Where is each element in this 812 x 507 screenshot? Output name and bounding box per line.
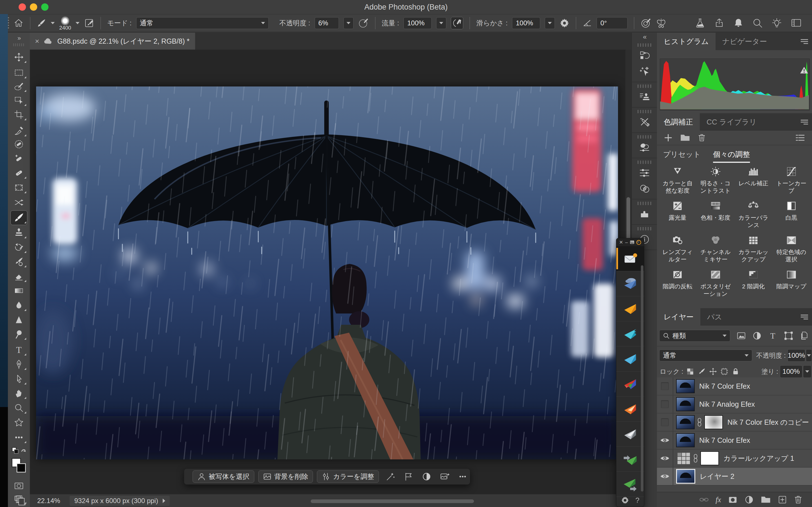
histogram-refresh-warning-icon[interactable] (800, 66, 808, 74)
brush-preset-caret[interactable] (51, 22, 55, 24)
opacity-input[interactable]: 6% (315, 17, 339, 29)
dock-grip[interactable] (638, 161, 651, 164)
layer-mask-thumbnail[interactable] (700, 451, 719, 465)
layer-name[interactable]: カラールックアップ 1 (723, 454, 794, 463)
spot-healing-brush-tool[interactable] (11, 152, 27, 166)
nik-viveza-item[interactable] (616, 346, 644, 372)
clone-source-panel-icon[interactable] (632, 89, 657, 105)
search-icon[interactable] (752, 18, 763, 29)
zoom-tool[interactable] (11, 401, 27, 415)
nik-color-efex-item[interactable] (616, 296, 644, 321)
notifications-bell-icon[interactable] (733, 18, 744, 29)
mask-link-icon[interactable] (696, 417, 703, 427)
sharpen-tool[interactable] (11, 313, 27, 327)
layer-thumbnail[interactable] (676, 469, 695, 484)
tab-histogram[interactable]: ヒストグラム (657, 33, 716, 50)
help-icon[interactable]: ? (636, 496, 640, 505)
layers-panel-menu-icon[interactable] (801, 314, 808, 321)
folder-icon[interactable] (680, 133, 690, 142)
adjustment-exposure[interactable]: 露光量 (659, 200, 697, 229)
adjustments-panel-menu-icon[interactable] (801, 119, 808, 126)
layer-thumbnail[interactable] (676, 397, 695, 411)
quick-mask-button[interactable] (11, 479, 27, 493)
layer-opacity-caret[interactable] (806, 349, 812, 362)
marquee-tool[interactable] (11, 66, 27, 80)
dock-grip[interactable] (638, 202, 651, 205)
delete-layer-icon[interactable] (794, 495, 802, 504)
list-view-icon[interactable] (795, 133, 805, 143)
brush-settings-panel-icon[interactable] (632, 140, 657, 156)
blend-mode-select[interactable]: 通常 (136, 17, 269, 29)
layer-name[interactable]: Nik 7 Analog Efex (699, 400, 755, 408)
remove-background-button[interactable]: 背景を削除 (258, 470, 313, 483)
dock-grip[interactable] (638, 227, 651, 230)
layer-name[interactable]: Nik 7 Color Efex (699, 382, 750, 390)
subtab-individual[interactable]: 個々の調整 (713, 150, 750, 159)
discover-bulb-icon[interactable] (771, 18, 782, 29)
nik-perspective-efex-item[interactable] (616, 397, 644, 421)
lock-position-icon[interactable] (709, 368, 717, 376)
star-tool[interactable] (11, 415, 27, 430)
blur-tool[interactable] (11, 298, 27, 313)
tools-expand-button[interactable]: » (11, 34, 27, 43)
adjustment-invert[interactable]: 階調の反転 (659, 268, 697, 297)
eraser-tool[interactable] (11, 269, 27, 283)
layer-row-selected[interactable]: レイヤー 2 (657, 467, 812, 486)
toggle-brush-settings-button[interactable] (84, 18, 94, 28)
settings-gear-icon[interactable] (621, 496, 629, 504)
nik-presharpener-item[interactable] (616, 447, 644, 472)
pressure-opacity-icon[interactable] (358, 18, 369, 29)
beta-lab-icon[interactable] (695, 18, 705, 29)
zoom-percentage[interactable]: 22.14% (37, 497, 60, 505)
tab-adjustments[interactable]: 色調補正 (657, 113, 700, 131)
frame-tool[interactable] (11, 180, 27, 194)
healing-brush-tool[interactable] (11, 166, 27, 180)
hand-tool[interactable] (11, 386, 27, 400)
eyedropper-tool[interactable] (11, 124, 27, 138)
document-tab[interactable]: × G88.psdc @ 22.1% (レイヤー 2, RGB/8) * (30, 33, 195, 50)
flow-input[interactable]: 100% (403, 17, 432, 29)
nik-panel-scrollbar[interactable] (641, 265, 644, 492)
visibility-toggle[interactable] (657, 467, 673, 485)
pen-tool[interactable] (11, 357, 27, 371)
filter-adjustment-layers-icon[interactable] (752, 331, 762, 341)
nik-output-sharpener-item[interactable] (616, 472, 644, 497)
direct-selection-tool[interactable] (11, 372, 27, 386)
adjustment-brightness-contrast[interactable]: 明るさ・コントラスト (697, 165, 735, 194)
subtab-presets[interactable]: プリセット (663, 150, 701, 159)
adjustment-curves[interactable]: トーンカーブ (772, 165, 811, 194)
smoothing-caret[interactable] (545, 17, 555, 29)
properties-panel-icon[interactable] (632, 165, 657, 181)
home-button[interactable] (13, 18, 24, 28)
parallel-documents-icon[interactable] (15, 495, 26, 506)
nik-hdr-efex-item[interactable] (616, 372, 644, 397)
remove-tool[interactable] (11, 137, 27, 151)
close-document-icon[interactable]: × (35, 37, 39, 46)
minimize-panel-icon[interactable]: – (625, 240, 627, 245)
layer-row[interactable]: カラールックアップ 1 (657, 450, 812, 467)
lock-pixels-brush-icon[interactable] (698, 368, 706, 376)
layer-mask-thumbnail[interactable] (704, 415, 723, 429)
smoothing-input[interactable]: 100% (512, 17, 540, 29)
history-panel-icon[interactable] (632, 48, 657, 64)
symmetry-butterfly-icon[interactable] (656, 18, 666, 29)
add-mask-icon[interactable] (728, 495, 738, 504)
adjustment-color-balance[interactable]: カラーバランス (734, 200, 772, 229)
lock-transparency-icon[interactable] (686, 367, 695, 376)
layer-name[interactable]: Nik 7 Color Efex (699, 436, 750, 445)
layer-row[interactable]: Nik 7 Color Efex (657, 378, 812, 395)
new-adjustment-layer-icon[interactable] (744, 495, 754, 504)
opacity-caret[interactable] (343, 17, 354, 29)
adjustment-posterize[interactable]: ポスタリゼーション (697, 268, 735, 297)
layer-thumbnail[interactable] (676, 433, 695, 447)
dock-grip[interactable] (638, 110, 651, 113)
magic-wand-icon[interactable] (386, 472, 395, 482)
trash-icon[interactable] (698, 133, 706, 142)
layer-thumbnail[interactable] (676, 379, 695, 393)
layer-blend-mode-select[interactable]: 通常 (659, 349, 752, 361)
add-image-icon[interactable] (440, 472, 449, 482)
quick-actions-panel-icon[interactable] (632, 64, 657, 79)
more-options-icon[interactable] (458, 472, 467, 482)
horizontal-scrollbar-thumb[interactable] (311, 499, 474, 503)
visibility-toggle[interactable] (657, 413, 673, 431)
